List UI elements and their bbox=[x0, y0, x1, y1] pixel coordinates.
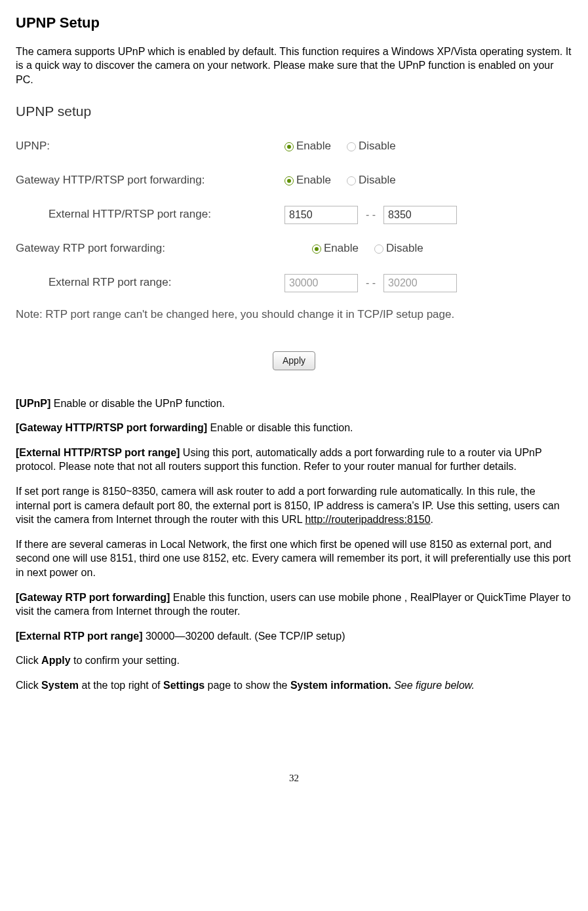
desc-p8b: to confirm your setting. bbox=[71, 655, 180, 666]
upnp-disable-radio[interactable]: Disable bbox=[347, 139, 396, 154]
radio-selected-icon bbox=[312, 244, 321, 254]
row-http-fwd: Gateway HTTP/RTSP port forwarding: Enabl… bbox=[16, 171, 572, 191]
row-rtp-range: External RTP port range: - - bbox=[16, 273, 572, 293]
intro-paragraph: The camera supports UPnP which is enable… bbox=[16, 45, 572, 87]
desc-http-fwd-text: Enable or disable this function. bbox=[207, 422, 353, 433]
desc-upnp-bold: [UPnP] bbox=[16, 398, 50, 409]
rtp-fwd-disable-radio[interactable]: Disable bbox=[374, 241, 423, 256]
label-http-range: External HTTP/RTSP port range: bbox=[16, 207, 284, 222]
radio-unselected-icon bbox=[347, 176, 356, 185]
desc-rtp-fwd: [Gateway RTP port forwarding] Enable thi… bbox=[16, 591, 572, 619]
desc-http-range-bold: [External HTTP/RTSP port range] bbox=[16, 447, 180, 458]
router-url-link[interactable]: http://routeripaddress:8150 bbox=[305, 514, 430, 525]
upnp-enable-label: Enable bbox=[296, 139, 331, 154]
desc-apply: Click Apply to confirm your setting. bbox=[16, 653, 572, 668]
http-fwd-enable-radio[interactable]: Enable bbox=[284, 173, 331, 188]
desc-p4a: If set port range is 8150~8350, camera w… bbox=[16, 486, 560, 525]
desc-system: Click System at the top right of Setting… bbox=[16, 678, 572, 693]
http-fwd-disable-label: Disable bbox=[359, 173, 396, 188]
desc-upnp: [UPnP] Enable or disable the UPnP functi… bbox=[16, 397, 572, 411]
radio-selected-icon bbox=[284, 142, 294, 151]
radio-selected-icon bbox=[284, 176, 294, 185]
radio-unselected-icon bbox=[347, 142, 356, 151]
row-http-range: External HTTP/RTSP port range: - - bbox=[16, 205, 572, 225]
desc-p8-bold: Apply bbox=[41, 655, 70, 666]
desc-http-range: [External HTTP/RTSP port range] Using th… bbox=[16, 446, 572, 474]
desc-p9c: page to show the bbox=[205, 680, 290, 691]
desc-port-example: If set port range is 8150~8350, camera w… bbox=[16, 484, 572, 527]
rtp-fwd-enable-label: Enable bbox=[324, 241, 359, 256]
label-rtp-fwd: Gateway RTP port forwarding: bbox=[16, 241, 284, 256]
row-upnp: UPNP: Enable Disable bbox=[16, 137, 572, 157]
http-fwd-enable-label: Enable bbox=[296, 173, 331, 188]
desc-p9-b3: System information. bbox=[290, 680, 391, 691]
panel-note: Note: RTP port range can't be changed he… bbox=[16, 307, 572, 322]
desc-p9-b1: System bbox=[41, 680, 79, 691]
desc-p9-b2: Settings bbox=[163, 680, 205, 691]
desc-p4b: . bbox=[431, 514, 433, 525]
range-separator: - - bbox=[366, 276, 376, 290]
range-separator: - - bbox=[366, 208, 376, 222]
upnp-disable-label: Disable bbox=[359, 139, 396, 154]
desc-rtp-fwd-bold: [Gateway RTP port forwarding] bbox=[16, 592, 170, 603]
http-range-to-input[interactable] bbox=[383, 206, 457, 224]
http-fwd-disable-radio[interactable]: Disable bbox=[347, 173, 396, 188]
desc-p8a: Click bbox=[16, 655, 41, 666]
row-rtp-fwd: Gateway RTP port forwarding: Enable Disa… bbox=[16, 239, 572, 259]
rtp-fwd-enable-radio[interactable]: Enable bbox=[312, 241, 359, 256]
desc-multi-camera: If there are several cameras in Local Ne… bbox=[16, 537, 572, 580]
desc-upnp-text: Enable or disable the UPnP function. bbox=[50, 398, 225, 409]
desc-http-fwd-bold: [Gateway HTTP/RTSP port forwarding] bbox=[16, 422, 207, 433]
label-upnp: UPNP: bbox=[16, 139, 284, 154]
panel-title: UPNP setup bbox=[16, 102, 572, 121]
desc-rtp-range-bold: [External RTP port range] bbox=[16, 630, 143, 642]
desc-p9d: See figure below. bbox=[391, 680, 475, 691]
upnp-setup-panel: UPNP setup UPNP: Enable Disable Gateway … bbox=[16, 102, 572, 370]
desc-p9a: Click bbox=[16, 680, 41, 691]
rtp-fwd-disable-label: Disable bbox=[386, 241, 423, 256]
desc-http-fwd: [Gateway HTTP/RTSP port forwarding] Enab… bbox=[16, 421, 572, 435]
apply-button[interactable]: Apply bbox=[273, 351, 315, 370]
page-number: 32 bbox=[16, 771, 572, 785]
upnp-enable-radio[interactable]: Enable bbox=[284, 139, 331, 154]
label-rtp-range: External RTP port range: bbox=[16, 275, 284, 290]
page-title: UPNP Setup bbox=[16, 13, 572, 33]
desc-rtp-range-text: 30000—30200 default. (See TCP/IP setup) bbox=[143, 630, 345, 642]
http-range-from-input[interactable] bbox=[284, 206, 358, 224]
rtp-range-from-input bbox=[284, 274, 358, 292]
label-http-fwd: Gateway HTTP/RTSP port forwarding: bbox=[16, 173, 284, 188]
desc-p9b: at the top right of bbox=[79, 680, 163, 691]
rtp-range-to-input bbox=[383, 274, 457, 292]
radio-unselected-icon bbox=[374, 244, 383, 254]
description-section: [UPnP] Enable or disable the UPnP functi… bbox=[16, 397, 572, 693]
desc-rtp-range: [External RTP port range] 30000—30200 de… bbox=[16, 629, 572, 644]
